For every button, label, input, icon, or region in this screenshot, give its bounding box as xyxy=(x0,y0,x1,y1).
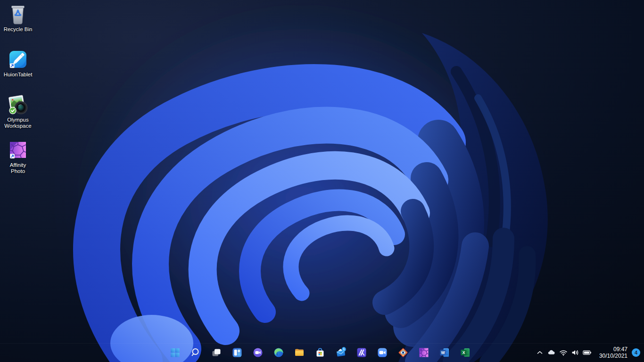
desktop-icon-label: Affinity Photo xyxy=(3,162,33,174)
taskbar-clock[interactable]: 09:47 30/10/2021 xyxy=(596,346,627,359)
notification-count: 4 xyxy=(635,350,637,355)
search-button[interactable] xyxy=(186,343,205,362)
windows-start-icon xyxy=(169,347,181,358)
desktop-icon-label: Recycle Bin xyxy=(4,26,33,33)
affinity-photo-icon xyxy=(418,347,429,358)
widgets-button[interactable] xyxy=(228,343,247,362)
desktop-icon-affinity-photo[interactable]: Affinity Photo xyxy=(1,139,35,184)
huion-tablet-icon xyxy=(7,48,29,71)
excel-glyph: X xyxy=(462,350,465,355)
clock-date: 30/10/2021 xyxy=(596,353,627,359)
search-icon xyxy=(190,347,201,358)
affinity-designer-button[interactable] xyxy=(352,343,371,362)
excel-button[interactable]: X xyxy=(456,343,475,362)
taskbar-pinned-apps: 1 xyxy=(165,343,475,362)
affinity-designer-icon xyxy=(356,347,367,358)
wifi-tray-button[interactable] xyxy=(557,343,569,362)
desktop-icon-label: Olympus Workspace xyxy=(3,117,33,129)
clock-time: 09:47 xyxy=(596,346,627,353)
store-bag-icon xyxy=(314,347,326,358)
battery-icon xyxy=(582,347,592,358)
wifi-icon xyxy=(558,347,569,358)
chat-button[interactable] xyxy=(248,343,267,362)
volume-icon xyxy=(570,347,580,358)
folder-icon xyxy=(294,347,305,358)
mail-button[interactable]: 1 xyxy=(331,343,350,362)
affinity-photo-icon xyxy=(7,139,29,161)
word-button[interactable]: W xyxy=(435,343,454,362)
start-button[interactable] xyxy=(165,343,184,362)
mail-badge-count: 1 xyxy=(343,347,345,351)
microsoft-edge-icon xyxy=(273,347,284,358)
file-explorer-button[interactable] xyxy=(290,343,309,362)
desktop: Recycle Bin HuionTablet xyxy=(0,0,644,362)
wallpaper-bloom xyxy=(0,0,644,362)
desktop-icon-recycle-bin[interactable]: Recycle Bin xyxy=(1,3,35,48)
tray-overflow-button[interactable] xyxy=(534,343,545,362)
notification-count-badge[interactable]: 4 xyxy=(632,348,640,357)
word-icon: W xyxy=(439,347,450,358)
chevron-up-icon xyxy=(535,347,545,358)
onedrive-tray-button[interactable] xyxy=(545,343,557,362)
taskbar: 1 xyxy=(0,343,644,362)
desktop-icon-huion-tablet[interactable]: HuionTablet xyxy=(1,48,35,93)
faststone-eye-icon xyxy=(397,347,409,358)
zoom-button[interactable] xyxy=(373,343,392,362)
edge-button[interactable] xyxy=(269,343,288,362)
task-view-icon xyxy=(211,347,222,358)
desktop-icon-olympus-workspace[interactable]: Olympus Workspace xyxy=(1,93,35,139)
task-view-button[interactable] xyxy=(207,343,226,362)
olympus-workspace-icon xyxy=(7,93,29,116)
faststone-viewer-button[interactable] xyxy=(394,343,413,362)
mail-envelope-icon: 1 xyxy=(335,347,347,358)
desktop-icon-label: HuionTablet xyxy=(4,72,33,78)
onedrive-cloud-icon xyxy=(546,347,557,358)
affinity-photo-button[interactable] xyxy=(414,343,433,362)
system-tray: 09:47 30/10/2021 4 xyxy=(534,343,644,362)
desktop-icon-list: Recycle Bin HuionTablet xyxy=(1,3,35,184)
battery-tray-button[interactable] xyxy=(581,343,593,362)
microsoft-store-button[interactable] xyxy=(311,343,330,362)
widgets-icon xyxy=(231,347,243,358)
word-glyph: W xyxy=(441,350,445,355)
volume-tray-button[interactable] xyxy=(569,343,581,362)
excel-icon: X xyxy=(460,347,471,358)
teams-chat-icon xyxy=(252,347,264,358)
zoom-camera-icon xyxy=(377,347,388,358)
recycle-bin-icon xyxy=(7,3,29,25)
